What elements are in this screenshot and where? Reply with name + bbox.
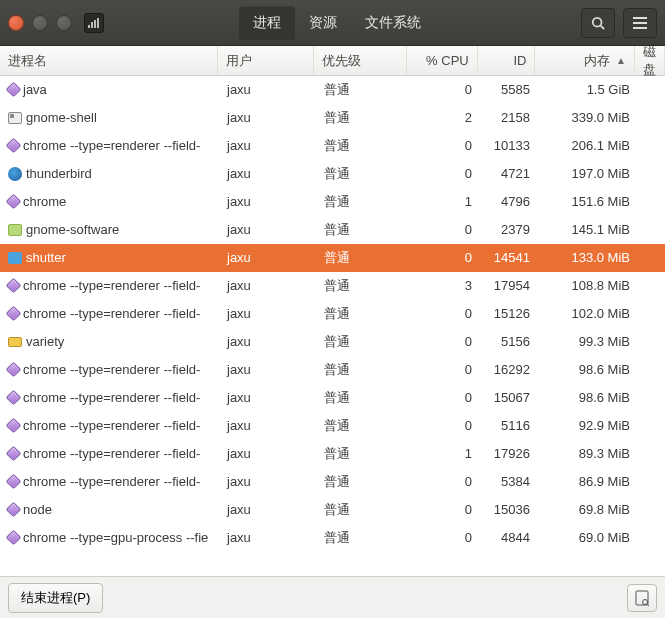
svg-rect-6: [633, 17, 647, 19]
cell-priority: 普通: [316, 529, 409, 547]
diamond-icon: [6, 194, 22, 209]
column-header-cpu[interactable]: % CPU: [407, 46, 478, 75]
svg-rect-7: [633, 22, 647, 24]
cell-user: jaxu: [219, 390, 316, 405]
cell-id: 4796: [480, 194, 538, 209]
cell-user: jaxu: [219, 138, 316, 153]
cell-id: 5156: [480, 334, 538, 349]
process-name-label: java: [23, 82, 47, 97]
column-header-memory-label: 内存: [584, 52, 610, 70]
svg-rect-3: [97, 18, 99, 28]
column-header-priority[interactable]: 优先级: [314, 46, 407, 75]
column-header-user[interactable]: 用户: [218, 46, 315, 75]
table-row[interactable]: chrome --type=renderer --field-jaxu普通053…: [0, 468, 665, 496]
cell-memory: 339.0 MiB: [538, 110, 638, 125]
cell-priority: 普通: [316, 165, 409, 183]
diamond-icon: [6, 82, 22, 97]
cell-memory: 69.8 MiB: [538, 502, 638, 517]
table-row[interactable]: chrome --type=renderer --field-jaxu普通015…: [0, 300, 665, 328]
table-row[interactable]: chrome --type=renderer --field-jaxu普通117…: [0, 440, 665, 468]
column-header-disk[interactable]: 磁盘: [635, 46, 665, 75]
cell-cpu: 0: [409, 334, 480, 349]
cell-cpu: 0: [409, 502, 480, 517]
cell-memory: 151.6 MiB: [538, 194, 638, 209]
window-controls: [8, 15, 72, 31]
window-minimize-button[interactable]: [32, 15, 48, 31]
process-name-label: chrome --type=renderer --field-: [23, 418, 200, 433]
column-header-name[interactable]: 进程名: [0, 46, 218, 75]
svg-rect-2: [94, 20, 96, 28]
cell-user: jaxu: [219, 502, 316, 517]
cell-id: 17954: [480, 278, 538, 293]
cell-memory: 99.3 MiB: [538, 334, 638, 349]
window-close-button[interactable]: [8, 15, 24, 31]
cell-priority: 普通: [316, 277, 409, 295]
table-row[interactable]: chrome --type=gpu-process --fiejaxu普通048…: [0, 524, 665, 552]
table-row[interactable]: varietyjaxu普通0515699.3 MiB: [0, 328, 665, 356]
tab-1[interactable]: 资源: [295, 6, 351, 40]
process-name-label: chrome --type=renderer --field-: [23, 306, 200, 321]
cell-id: 10133: [480, 138, 538, 153]
cell-cpu: 0: [409, 138, 480, 153]
gnome-icon: [8, 112, 22, 124]
cell-user: jaxu: [219, 82, 316, 97]
cell-priority: 普通: [316, 473, 409, 491]
cell-priority: 普通: [316, 445, 409, 463]
cell-process-name: chrome --type=renderer --field-: [0, 362, 219, 377]
svg-line-5: [601, 25, 605, 29]
tbird-icon: [8, 167, 22, 181]
cell-memory: 92.9 MiB: [538, 418, 638, 433]
cell-memory: 102.0 MiB: [538, 306, 638, 321]
cell-id: 15126: [480, 306, 538, 321]
cell-memory: 98.6 MiB: [538, 362, 638, 377]
table-row[interactable]: javajaxu普通055851.5 GiB: [0, 76, 665, 104]
table-row[interactable]: chromejaxu普通14796151.6 MiB: [0, 188, 665, 216]
cell-process-name: gnome-shell: [0, 110, 219, 125]
cell-priority: 普通: [316, 193, 409, 211]
cell-cpu: 0: [409, 222, 480, 237]
cell-id: 15067: [480, 390, 538, 405]
svg-rect-8: [633, 27, 647, 29]
cell-priority: 普通: [316, 389, 409, 407]
tab-0[interactable]: 进程: [239, 6, 295, 40]
cell-id: 14541: [480, 250, 538, 265]
table-row[interactable]: gnome-shelljaxu普通22158339.0 MiB: [0, 104, 665, 132]
diamond-icon: [6, 446, 22, 461]
diamond-icon: [6, 278, 22, 293]
tab-2[interactable]: 文件系统: [351, 6, 435, 40]
table-row[interactable]: chrome --type=renderer --field-jaxu普通317…: [0, 272, 665, 300]
table-row[interactable]: shutterjaxu普通014541133.0 MiB: [0, 244, 665, 272]
end-process-button[interactable]: 结束进程(P): [8, 583, 103, 613]
cell-cpu: 0: [409, 390, 480, 405]
process-name-label: thunderbird: [26, 166, 92, 181]
table-row[interactable]: chrome --type=renderer --field-jaxu普通051…: [0, 412, 665, 440]
properties-button[interactable]: [627, 584, 657, 612]
cell-memory: 86.9 MiB: [538, 474, 638, 489]
table-row[interactable]: gnome-softwarejaxu普通02379145.1 MiB: [0, 216, 665, 244]
svg-point-10: [643, 599, 648, 604]
cell-memory: 133.0 MiB: [538, 250, 638, 265]
cell-process-name: chrome --type=renderer --field-: [0, 474, 219, 489]
table-row[interactable]: chrome --type=renderer --field-jaxu普通016…: [0, 356, 665, 384]
search-button[interactable]: [581, 8, 615, 38]
table-row[interactable]: nodejaxu普通01503669.8 MiB: [0, 496, 665, 524]
table-row[interactable]: thunderbirdjaxu普通04721197.0 MiB: [0, 160, 665, 188]
cell-memory: 145.1 MiB: [538, 222, 638, 237]
cell-process-name: chrome --type=renderer --field-: [0, 418, 219, 433]
column-header-memory[interactable]: 内存 ▲: [535, 46, 635, 75]
window-maximize-button[interactable]: [56, 15, 72, 31]
cell-user: jaxu: [219, 362, 316, 377]
diamond-icon: [6, 474, 22, 489]
table-row[interactable]: chrome --type=renderer --field-jaxu普通015…: [0, 384, 665, 412]
cell-id: 15036: [480, 502, 538, 517]
cell-id: 5384: [480, 474, 538, 489]
cell-cpu: 0: [409, 306, 480, 321]
header-right-buttons: [581, 8, 657, 38]
cell-cpu: 1: [409, 446, 480, 461]
menu-button[interactable]: [623, 8, 657, 38]
cell-priority: 普通: [316, 137, 409, 155]
diamond-icon: [6, 502, 22, 517]
table-row[interactable]: chrome --type=renderer --field-jaxu普通010…: [0, 132, 665, 160]
column-header-id[interactable]: ID: [478, 46, 536, 75]
cell-process-name: java: [0, 82, 219, 97]
